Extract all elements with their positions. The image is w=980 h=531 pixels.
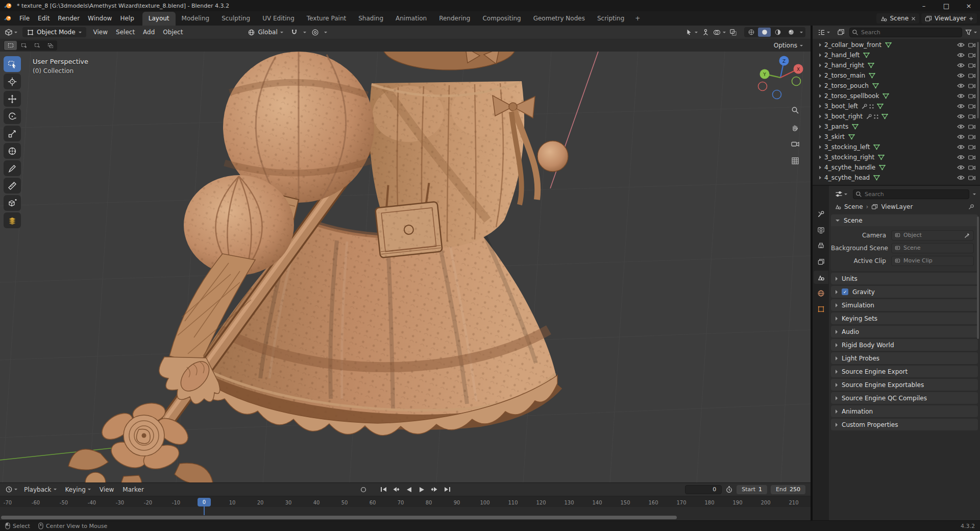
workspace-tab[interactable]: Animation (389, 12, 433, 26)
scene-selector[interactable]: Scene (876, 13, 919, 23)
eye-icon[interactable] (957, 93, 965, 99)
toggle-ortho-button[interactable] (789, 154, 802, 167)
property-panel-header[interactable]: Simulation (831, 299, 978, 311)
topbar-menu-item[interactable]: Edit (34, 13, 54, 23)
stopwatch-icon[interactable] (725, 486, 733, 493)
workspace-tab[interactable]: Compositing (476, 12, 527, 26)
topbar-menu-item[interactable]: Render (54, 13, 84, 23)
tab-output-properties[interactable] (814, 239, 828, 252)
workspace-tab[interactable]: Texture Paint (301, 12, 352, 26)
breadcrumb-view-layer[interactable]: ViewLayer (881, 203, 913, 210)
tab-object-properties[interactable] (814, 302, 828, 316)
camera-icon[interactable] (968, 155, 975, 160)
editor-type-button[interactable] (3, 27, 19, 37)
select-mode-new-button[interactable] (4, 41, 17, 50)
timeline-scrollbar[interactable] (1, 516, 677, 519)
timeline-editor-type-button[interactable] (3, 485, 19, 494)
camera-icon[interactable] (968, 73, 975, 78)
camera-icon[interactable] (968, 134, 975, 139)
eye-icon[interactable] (957, 155, 965, 160)
outliner-item[interactable]: 3_skirt (813, 132, 980, 142)
properties-search-input[interactable] (853, 189, 969, 199)
outliner-display-mode-button[interactable] (835, 27, 847, 37)
properties-editor-type-button[interactable] (833, 189, 849, 199)
camera-view-button[interactable] (789, 137, 802, 151)
viewport-menu-item[interactable]: Add (139, 27, 159, 37)
tab-tool-properties[interactable] (814, 207, 828, 221)
mode-selector[interactable]: Object Mode (22, 27, 86, 37)
expand-icon[interactable] (819, 125, 821, 128)
scene-panel-header[interactable]: Scene (831, 214, 978, 226)
pan-hand-button[interactable] (789, 120, 802, 134)
properties-options-dropdown[interactable] (973, 194, 976, 195)
jump-to-end-button[interactable] (442, 485, 453, 494)
expand-icon[interactable] (819, 74, 821, 77)
tool-transform[interactable] (4, 143, 21, 159)
eye-icon[interactable] (957, 165, 965, 170)
timeline-ruler[interactable]: -70-60-50-40-30-20-100102030405060708090… (0, 496, 811, 507)
eye-icon[interactable] (957, 53, 965, 58)
outliner-item[interactable]: 2_hand_left (813, 50, 980, 60)
select-mode-extend-button[interactable] (17, 41, 30, 50)
eye-icon[interactable] (957, 73, 965, 78)
navigation-gizmo[interactable]: Z Y X (757, 55, 803, 101)
workspace-tab[interactable]: Scripting (591, 12, 630, 26)
workspace-tab[interactable]: Layout (142, 12, 176, 26)
camera-icon[interactable] (968, 144, 975, 150)
minimize-button[interactable]: – (913, 0, 935, 11)
outliner-scrollbar[interactable] (977, 42, 979, 118)
play-reverse-button[interactable] (403, 485, 414, 494)
property-panel-header[interactable]: Keying Sets (831, 312, 978, 324)
options-dropdown[interactable]: Options (770, 40, 807, 51)
shading-solid-button[interactable] (758, 28, 771, 37)
outliner-item[interactable]: 2_torso_main (813, 70, 980, 81)
outliner-item[interactable]: 3_boot_left (813, 101, 980, 111)
outliner-item[interactable]: 2_torso_pouch (813, 81, 980, 91)
expand-icon[interactable] (819, 94, 821, 98)
eye-icon[interactable] (957, 104, 965, 109)
camera-icon[interactable] (968, 83, 975, 88)
auto-keying-toggle[interactable] (358, 485, 369, 494)
tool-cursor[interactable] (4, 74, 21, 89)
property-panel-header[interactable]: Light Probes (831, 352, 978, 364)
shading-dropdown[interactable] (798, 28, 805, 37)
tool-measure[interactable] (4, 178, 21, 194)
tool-add-cube[interactable] (4, 195, 21, 211)
snap-settings-dropdown[interactable] (302, 27, 308, 37)
tab-render-properties[interactable] (814, 223, 828, 236)
outliner-item[interactable]: 3_stocking_right (813, 152, 980, 162)
topbar-menu-item[interactable]: Help (116, 13, 138, 23)
outliner-item[interactable]: 2_hand_right (813, 60, 980, 70)
outliner-item[interactable]: 3_pants (813, 122, 980, 132)
gizmos-toggle[interactable] (699, 27, 712, 37)
timeline-track-area[interactable] (0, 507, 811, 520)
frame-end-field[interactable]: End250 (771, 485, 805, 494)
expand-icon[interactable] (819, 53, 821, 57)
selectability-dropdown[interactable] (685, 27, 698, 37)
property-panel-header[interactable]: Source Engine Exportables (831, 379, 978, 391)
workspace-tab[interactable]: Sculpting (215, 12, 256, 26)
camera-icon[interactable] (968, 175, 975, 180)
tool-select-box[interactable] (4, 56, 21, 72)
tool-annotate[interactable] (4, 160, 21, 176)
eye-icon[interactable] (957, 42, 965, 47)
tool-extra[interactable] (4, 212, 21, 228)
tab-world-properties[interactable] (814, 286, 828, 300)
eye-icon[interactable] (957, 83, 965, 88)
jump-to-next-keyframe-button[interactable] (429, 485, 440, 494)
playback-menu[interactable]: Playback (20, 485, 61, 495)
property-panel-header[interactable]: Custom Properties (831, 419, 978, 430)
outliner-item[interactable]: 3_boot_right (813, 111, 980, 122)
overlays-toggle[interactable] (713, 27, 725, 37)
viewport-menu-item[interactable]: View (89, 27, 112, 37)
camera-icon[interactable] (968, 53, 975, 58)
select-mode-subtract-button[interactable] (31, 41, 43, 50)
workspace-tab[interactable]: Geometry Nodes (527, 12, 591, 26)
snap-magnet-toggle[interactable] (288, 27, 301, 37)
playhead[interactable]: 0 (198, 498, 211, 506)
maximize-button[interactable]: □ (935, 0, 958, 11)
eye-icon[interactable] (957, 144, 965, 150)
property-panel-header[interactable]: Units (831, 273, 978, 284)
camera-icon[interactable] (968, 114, 975, 119)
property-panel-header[interactable]: Source Engine Export (831, 366, 978, 377)
